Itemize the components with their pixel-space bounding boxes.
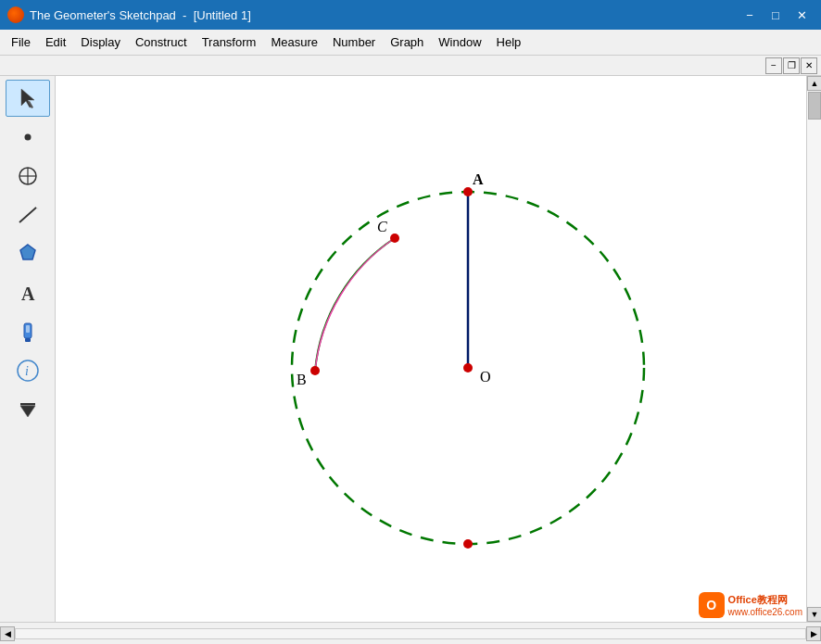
svg-marker-8	[20, 245, 35, 259]
menu-graph[interactable]: Graph	[383, 32, 431, 52]
menu-number[interactable]: Number	[325, 32, 383, 52]
sketch-canvas: A O B C	[56, 76, 806, 622]
svg-line-6	[19, 208, 36, 222]
doc-name: [Untitled 1]	[194, 8, 251, 22]
sub-controls: − ❐ ✕	[0, 56, 821, 76]
title-bar-text: The Geometer's Sketchpad - [Untitled 1]	[30, 8, 251, 22]
info-tool[interactable]: i	[6, 352, 50, 389]
minimize-button[interactable]: −	[738, 6, 762, 24]
menu-bar: File Edit Display Construct Transform Me…	[0, 30, 821, 56]
svg-text:i: i	[25, 364, 29, 378]
toolbar: A i	[0, 76, 56, 622]
label-C: C	[377, 219, 387, 234]
close-button[interactable]: ✕	[789, 6, 814, 24]
scroll-track-right[interactable]	[807, 91, 821, 607]
maximize-button[interactable]: □	[764, 6, 788, 24]
watermark-text: Office教程网 www.office26.com	[728, 593, 802, 617]
arc-bc-pink	[315, 238, 395, 371]
scroll-right-button[interactable]: ▶	[806, 626, 821, 641]
menu-help[interactable]: Help	[489, 32, 529, 52]
point-A[interactable]	[463, 187, 473, 196]
scroll-down-button[interactable]: ▼	[807, 607, 821, 622]
menu-file[interactable]: File	[4, 32, 38, 52]
title-bar: The Geometer's Sketchpad - [Untitled 1] …	[0, 0, 821, 30]
svg-rect-16	[20, 403, 35, 406]
scroll-thumb-right[interactable]	[808, 92, 821, 120]
scroll-left-button[interactable]: ◀	[0, 626, 15, 641]
watermark: O Office教程网 www.office26.com	[699, 592, 802, 618]
hscrollbar-row: ◀ ▶	[0, 622, 821, 644]
svg-point-2	[24, 134, 31, 141]
menu-display[interactable]: Display	[73, 32, 128, 52]
sub-close-button[interactable]: ✕	[801, 57, 817, 74]
main-container: A i	[0, 76, 821, 622]
sub-restore-button[interactable]: ❐	[783, 57, 800, 74]
sub-minimize-button[interactable]: −	[765, 57, 782, 74]
menu-transform[interactable]: Transform	[195, 32, 264, 52]
svg-rect-12	[26, 325, 30, 333]
scrollbar-right: ▲ ▼	[806, 76, 821, 622]
svg-text:A: A	[21, 284, 35, 304]
svg-rect-11	[25, 338, 31, 342]
more-tool[interactable]	[6, 391, 50, 428]
menu-construct[interactable]: Construct	[128, 32, 195, 52]
text-tool[interactable]: A	[6, 274, 50, 311]
label-B: B	[297, 372, 307, 387]
line-tool[interactable]	[6, 196, 50, 234]
svg-marker-15	[20, 406, 35, 417]
polygon-tool[interactable]	[6, 235, 50, 272]
hscroll-track[interactable]	[15, 628, 806, 639]
point-tool[interactable]	[6, 119, 50, 156]
point-O[interactable]	[463, 363, 473, 373]
point-B[interactable]	[310, 366, 320, 375]
svg-marker-0	[21, 89, 34, 107]
select-tool[interactable]	[6, 80, 50, 117]
app-name: The Geometer's Sketchpad	[30, 8, 176, 22]
title-bar-controls: − □ ✕	[738, 6, 814, 24]
label-A: A	[473, 171, 484, 187]
watermark-icon: O	[699, 592, 725, 618]
menu-measure[interactable]: Measure	[263, 32, 325, 52]
marker-tool[interactable]	[6, 313, 50, 350]
point-C[interactable]	[390, 234, 399, 243]
arc-bc-green	[315, 238, 395, 371]
point-bottom[interactable]	[463, 539, 473, 549]
canvas-area[interactable]: A O B C O Office教程网 www.office26.com	[56, 76, 806, 622]
menu-window[interactable]: Window	[431, 32, 488, 52]
label-O: O	[480, 369, 491, 385]
scroll-up-button[interactable]: ▲	[807, 76, 821, 91]
compass-tool[interactable]	[6, 158, 50, 195]
menu-edit[interactable]: Edit	[38, 32, 73, 52]
app-icon	[7, 6, 24, 23]
title-bar-left: The Geometer's Sketchpad - [Untitled 1]	[7, 6, 251, 23]
